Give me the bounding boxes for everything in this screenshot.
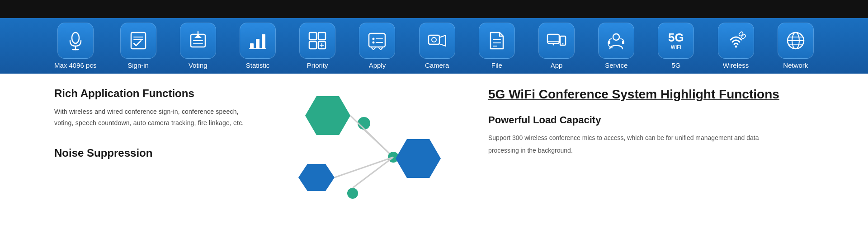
network-label: Network: [783, 61, 808, 69]
svg-line-57: [353, 157, 393, 188]
svg-point-36: [562, 43, 564, 45]
camera-label: Camera: [425, 61, 449, 69]
service-label: Service: [605, 61, 627, 69]
svg-rect-3: [131, 33, 146, 49]
toolbar-item-app[interactable]: App: [538, 23, 575, 69]
file-icon-box: [479, 23, 515, 59]
network-icon-box: [778, 23, 814, 59]
content-section: Rich Application Functions With wireless…: [0, 74, 868, 214]
max4096-icon-box: [57, 23, 94, 59]
svg-line-56: [335, 157, 393, 177]
right-column: 5G WiFi Conference System Highlight Func…: [461, 87, 814, 205]
svg-rect-17: [309, 42, 316, 49]
svg-marker-54: [298, 164, 335, 191]
toolbar-item-network[interactable]: Network: [778, 23, 814, 69]
5g-subtext: WiFi: [671, 44, 681, 50]
svg-point-23: [373, 42, 375, 44]
statistic-icon-box: [240, 23, 276, 59]
app-label: App: [551, 61, 563, 69]
wireless-icon: [726, 31, 746, 51]
priority-icon: [307, 31, 327, 51]
service-icon: [606, 31, 626, 51]
toolbar-item-5g[interactable]: 5G WiFi 5G: [658, 23, 694, 69]
5g-label: 5G: [671, 61, 680, 69]
voting-icon-box: [180, 23, 216, 59]
toolbar-item-statistic[interactable]: Statistic: [240, 23, 276, 69]
rich-functions-title: Rich Application Functions: [54, 87, 253, 100]
service-icon-box: [598, 23, 634, 59]
svg-rect-11: [250, 43, 254, 49]
apply-icon: [367, 31, 387, 51]
svg-rect-16: [318, 33, 326, 40]
wireless-icon-box: [718, 23, 754, 59]
svg-point-49: [358, 117, 370, 130]
toolbar-item-priority[interactable]: Priority: [299, 23, 335, 69]
svg-rect-21: [369, 33, 385, 47]
network-icon: [786, 31, 806, 51]
file-label: File: [491, 61, 502, 69]
middle-diagram: [271, 87, 461, 205]
powerful-load-title: Powerful Load Capacity: [488, 114, 814, 126]
camera-icon: [427, 31, 447, 51]
toolbar-item-wireless[interactable]: Wireless: [718, 23, 754, 69]
app-icon: [547, 31, 566, 51]
toolbar-item-voting[interactable]: Voting: [180, 23, 216, 69]
hex-diagram-svg: [280, 87, 452, 205]
svg-point-0: [72, 33, 79, 43]
left-column: Rich Application Functions With wireless…: [54, 87, 271, 205]
5g-text: 5G: [668, 32, 684, 43]
svg-point-40: [735, 46, 737, 48]
statistic-label: Statistic: [246, 61, 270, 69]
top-black-bar: [0, 0, 868, 18]
mic-icon: [66, 31, 85, 51]
svg-rect-12: [256, 39, 259, 49]
toolbar-item-camera[interactable]: Camera: [419, 23, 455, 69]
toolbar-item-max4096[interactable]: Max 4096 pcs: [54, 23, 96, 69]
apply-label: Apply: [369, 61, 386, 69]
svg-point-35: [553, 44, 554, 46]
svg-point-22: [373, 38, 375, 40]
app-icon-box: [538, 23, 575, 59]
wireless-label: Wireless: [723, 61, 749, 69]
svg-marker-53: [396, 139, 441, 178]
voting-label: Voting: [189, 61, 208, 69]
svg-point-37: [613, 34, 619, 40]
noise-suppression-title: Noise Suppression: [54, 147, 253, 159]
toolbar-item-file[interactable]: File: [479, 23, 515, 69]
icon-toolbar: Max 4096 pcs Sign-in Voting: [0, 18, 868, 74]
svg-rect-32: [547, 34, 559, 43]
5g-icon-box: 5G WiFi: [658, 23, 694, 59]
signin-label: Sign-in: [127, 61, 149, 69]
toolbar-item-signin[interactable]: Sign-in: [120, 23, 156, 69]
rich-functions-desc: With wireless and wired conference sign-…: [54, 106, 253, 129]
svg-rect-15: [309, 33, 316, 40]
toolbar-item-service[interactable]: Service: [598, 23, 634, 69]
svg-line-51: [364, 130, 393, 157]
signin-icon: [128, 31, 148, 51]
svg-rect-39: [622, 41, 624, 44]
statistic-icon: [248, 31, 268, 51]
svg-marker-27: [439, 35, 446, 46]
signin-icon-box: [120, 23, 156, 59]
svg-marker-48: [305, 96, 350, 135]
highlight-title: 5G WiFi Conference System Highlight Func…: [488, 87, 814, 102]
svg-point-55: [347, 188, 358, 199]
powerful-load-desc: Support 300 wireless conference mics to …: [488, 131, 760, 157]
svg-point-28: [432, 37, 436, 42]
toolbar-item-apply[interactable]: Apply: [359, 23, 395, 69]
max4096-label: Max 4096 pcs: [54, 61, 96, 69]
file-icon: [487, 31, 507, 51]
voting-icon: [188, 31, 208, 51]
priority-label: Priority: [307, 61, 328, 69]
camera-icon-box: [419, 23, 455, 59]
priority-icon-box: [299, 23, 335, 59]
svg-rect-13: [262, 34, 265, 49]
apply-icon-box: [359, 23, 395, 59]
svg-rect-26: [429, 35, 439, 44]
